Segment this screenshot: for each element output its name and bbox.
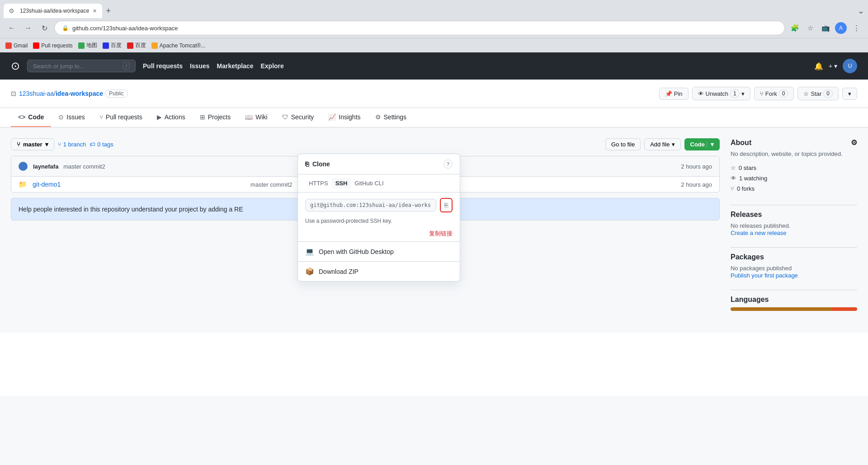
publish-package-link[interactable]: Publish your first package bbox=[731, 272, 798, 279]
browser-active-tab[interactable]: ⊙ 123shuai-aa/idea-workspace ✕ bbox=[4, 4, 102, 18]
github-main-nav: Pull requests Issues Marketplace Explore bbox=[143, 62, 807, 70]
branch-count-icon: ⑂ bbox=[58, 141, 61, 148]
watching-stat: 👁 1 watching bbox=[731, 173, 857, 183]
pr-icon: ⑂ bbox=[99, 113, 103, 121]
nav-issues[interactable]: Issues bbox=[190, 62, 210, 70]
cast-button[interactable]: 📺 bbox=[819, 22, 832, 34]
tab-issues[interactable]: ⊙ Issues bbox=[51, 108, 92, 127]
pin-button[interactable]: 📌 Pin bbox=[659, 88, 689, 100]
tab-projects-label: Projects bbox=[208, 113, 231, 121]
lang-segment-java bbox=[731, 307, 832, 311]
bookmark-baidu2[interactable]: 百度 bbox=[127, 42, 146, 49]
maps-icon bbox=[78, 42, 85, 49]
add-file-label: Add file bbox=[650, 141, 670, 148]
repo-nav-tabs: <> Code ⊙ Issues ⑂ Pull requests ▶ Actio… bbox=[0, 108, 868, 127]
code-button[interactable]: Code ▾ bbox=[684, 138, 720, 150]
menu-button[interactable]: ⋮ bbox=[850, 22, 863, 34]
file-time: 2 hours ago bbox=[681, 181, 712, 188]
tab-close-button[interactable]: ✕ bbox=[93, 8, 97, 14]
tab-menu-button[interactable]: ⌄ bbox=[858, 6, 864, 16]
commit-author[interactable]: laynefafa bbox=[33, 163, 58, 170]
watch-dropdown-icon[interactable]: ▾ bbox=[741, 90, 745, 97]
branch-selector-button[interactable]: ⑂ master ▾ bbox=[11, 138, 54, 150]
clone-dropdown-header: ⎘ Clone ? bbox=[298, 154, 460, 174]
repo-name-link[interactable]: idea-workspace bbox=[56, 90, 103, 97]
refresh-button[interactable]: ↻ bbox=[38, 22, 51, 34]
star-button[interactable]: ☆ Star 0 bbox=[797, 87, 839, 100]
open-desktop-action[interactable]: 💻 Open with GitHub Desktop bbox=[298, 242, 460, 261]
bookmark-button[interactable]: ☆ bbox=[804, 22, 816, 34]
back-button[interactable]: ← bbox=[5, 22, 18, 34]
clone-title: ⎘ Clone bbox=[305, 160, 330, 168]
watch-button[interactable]: 👁 Unwatch 1 ▾ bbox=[692, 87, 750, 100]
repo-visibility-badge: Public bbox=[105, 89, 128, 98]
tab-code[interactable]: <> Code bbox=[11, 108, 51, 127]
nav-explore[interactable]: Explore bbox=[260, 62, 283, 70]
github-search[interactable]: Search or jump to... / bbox=[27, 60, 136, 72]
tab-projects[interactable]: ⊞ Projects bbox=[193, 108, 238, 127]
tag-count-link[interactable]: 🏷 0 tags bbox=[90, 141, 113, 148]
clone-dropdown: ⎘ Clone ? HTTPS SSH GitHub CLI ⎘ Use a p… bbox=[297, 154, 460, 282]
forward-button[interactable]: → bbox=[22, 22, 34, 34]
baidu2-icon bbox=[127, 42, 133, 49]
create-button[interactable]: + ▾ bbox=[829, 62, 837, 70]
download-zip-action[interactable]: 📦 Download ZIP bbox=[298, 262, 460, 281]
tab-insights-label: Insights bbox=[339, 113, 360, 121]
create-release-link[interactable]: Create a new release bbox=[731, 230, 787, 236]
code-btn-label: Code bbox=[690, 141, 705, 148]
clone-help-button[interactable]: ? bbox=[443, 160, 453, 169]
branch-count-link[interactable]: ⑂ 1 branch bbox=[58, 141, 86, 148]
commit-info: laynefafa master commit2 bbox=[33, 163, 105, 170]
tab-actions[interactable]: ▶ Actions bbox=[150, 108, 193, 127]
clone-tab-cli[interactable]: GitHub CLI bbox=[351, 178, 387, 188]
copy-link-button[interactable]: 复制链接 bbox=[429, 230, 453, 237]
about-section: About ⚙ No description, website, or topi… bbox=[731, 138, 857, 194]
languages-section: Languages bbox=[731, 296, 857, 311]
bookmark-youtube[interactable]: Pull requests bbox=[33, 42, 72, 49]
repo-toolbar: ⑂ master ▾ ⑂ 1 branch 🏷 0 tags Go to fil… bbox=[11, 138, 720, 150]
github-logo[interactable]: ⊙ bbox=[11, 60, 20, 72]
bookmark-baidu[interactable]: 百度 bbox=[103, 42, 122, 49]
browser-nav-bar: ← → ↻ 🔒 github.com/123shuai-aa/idea-work… bbox=[0, 18, 868, 38]
clone-icon: ⎘ bbox=[305, 160, 309, 168]
repo-owner-link[interactable]: 123shuai-aa bbox=[19, 90, 54, 97]
clone-copy-button[interactable]: ⎘ bbox=[440, 198, 453, 212]
bookmark-maps-label: 地图 bbox=[86, 42, 97, 49]
tab-favicon: ⊙ bbox=[9, 7, 16, 14]
about-settings-icon[interactable]: ⚙ bbox=[851, 138, 857, 147]
go-to-file-button[interactable]: Go to file bbox=[605, 138, 641, 150]
clone-tab-https[interactable]: HTTPS bbox=[305, 178, 332, 188]
notifications-button[interactable]: 🔔 bbox=[814, 62, 823, 70]
bookmark-maps[interactable]: 地图 bbox=[78, 42, 97, 49]
bookmark-tomcat[interactable]: Apache Tomcat®... bbox=[151, 42, 205, 49]
file-name-git-demo1[interactable]: git-demo1 bbox=[33, 181, 245, 188]
profile-button[interactable]: A bbox=[835, 22, 847, 34]
nav-pull-requests[interactable]: Pull requests bbox=[143, 62, 183, 70]
user-avatar-button[interactable]: U bbox=[843, 59, 857, 73]
tab-wiki[interactable]: 📖 Wiki bbox=[238, 108, 274, 127]
bookmark-baidu-label: 百度 bbox=[111, 42, 122, 49]
tag-count-text: 0 tags bbox=[97, 141, 113, 148]
tab-pull-requests[interactable]: ⑂ Pull requests bbox=[92, 108, 150, 127]
address-bar[interactable]: 🔒 github.com/123shuai-aa/idea-workspace bbox=[54, 21, 785, 35]
repo-actions: 📌 Pin 👁 Unwatch 1 ▾ ⑂ Fork 0 ☆ Star bbox=[659, 87, 857, 100]
add-file-button[interactable]: Add file ▾ bbox=[644, 138, 680, 150]
tab-settings[interactable]: ⚙ Settings bbox=[368, 108, 414, 127]
pin-icon: 📌 bbox=[665, 90, 672, 97]
tab-insights[interactable]: 📈 Insights bbox=[321, 108, 368, 127]
bookmark-gmail[interactable]: Gmail bbox=[5, 42, 28, 49]
nav-marketplace[interactable]: Marketplace bbox=[217, 62, 254, 70]
eye-stat-icon: 👁 bbox=[731, 175, 736, 182]
watch-count: 1 bbox=[730, 89, 740, 98]
new-tab-button[interactable]: + bbox=[102, 6, 114, 16]
fork-button[interactable]: ⑂ Fork 0 bbox=[754, 87, 794, 100]
repo-type-icon: ⊡ bbox=[11, 90, 16, 97]
extensions-button[interactable]: 🧩 bbox=[788, 22, 801, 34]
more-button[interactable]: ▾ bbox=[842, 88, 857, 100]
bookmark-gmail-label: Gmail bbox=[14, 42, 28, 49]
toolbar-right-buttons: Go to file Add file ▾ Code ▾ bbox=[605, 138, 720, 150]
tab-wiki-label: Wiki bbox=[255, 113, 267, 121]
clone-tab-ssh[interactable]: SSH bbox=[332, 178, 351, 188]
clone-url-input[interactable] bbox=[305, 199, 436, 211]
tab-security[interactable]: 🛡 Security bbox=[275, 108, 321, 127]
